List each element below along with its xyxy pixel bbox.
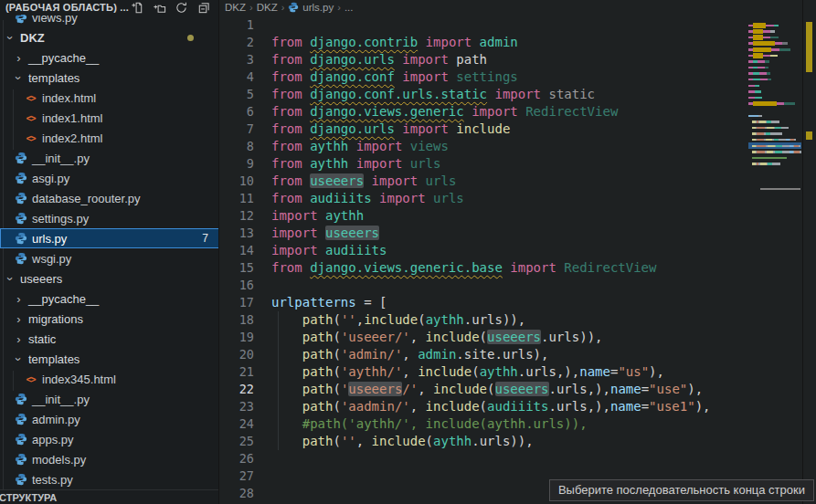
code-line[interactable]: 12import aythh [220,207,743,225]
code-line[interactable]: 7from django.urls import include [220,121,743,138]
line-number: 23 [220,398,254,415]
tree-item-pycache-folder-2[interactable]: › __pycache__ [0,289,219,309]
code-line[interactable]: 26 [220,450,743,467]
html-file-icon: <> [24,373,37,386]
explorer-section-header[interactable]: (РАБОЧАЯ ОБЛАСТЬ) ... [0,0,219,15]
line-number: 26 [220,450,254,467]
code-line[interactable]: 6from django.views.generic import Redire… [220,103,743,121]
tree-item-index2-html[interactable]: <> index2.html [0,128,219,148]
line-number: 18 [220,311,254,329]
code-line[interactable]: 1 [220,16,743,34]
line-content: path('', include(aythh.urls)), [271,433,534,450]
python-icon [14,473,27,487]
tree-item-init-py[interactable]: __init__.py [0,148,219,168]
tree-item-admin-py[interactable]: admin.py [0,409,219,429]
line-number: 16 [220,277,254,294]
tree-item-label: __init__.py [32,152,90,165]
breadcrumb-segment-file[interactable]: urls.py [288,2,334,13]
line-content: path('admin/', admin.site.urls), [271,346,548,363]
code-line[interactable]: 19 path('useeer/', include(useeers.urls)… [220,329,743,346]
eol-sequence-tooltip: Выберите последовательность конца строки [549,479,814,501]
code-line[interactable]: 9from aythh import urls [220,155,743,173]
tree-item-dkz-folder[interactable]: › DKZ [0,27,219,47]
new-file-icon[interactable] [131,1,144,15]
code-line[interactable]: 2from django.contrib import admin [220,34,743,51]
line-number: 17 [220,294,254,311]
tree-item-label: templates [28,71,79,85]
tree-item-pycache-folder[interactable]: › __pycache__ [0,47,219,68]
tree-item-database-roouter-py[interactable]: database_roouter.py [0,188,219,208]
line-number: 21 [220,363,254,381]
line-content: #path('aythh/', include(aythh.urls)), [271,415,588,433]
line-number: 13 [220,225,254,242]
line-number: 24 [220,415,254,433]
tree-item-index-html[interactable]: <> index.html [0,88,219,108]
code-line[interactable]: 14import audiiits [220,242,743,259]
tree-item-index345-html[interactable]: <> index345.html [0,369,219,389]
code-line[interactable]: 25 path('', include(aythh.urls)), [220,433,743,450]
code-line[interactable]: 16 [220,277,743,294]
code-line[interactable]: 18 path('',include(aythh.urls)), [220,311,743,329]
tree-item-wsgi-py[interactable]: wsgi.py [0,248,219,268]
code-line[interactable]: 20 path('admin/', admin.site.urls), [220,346,743,363]
collapse-all-icon[interactable] [196,1,210,15]
tree-item-asgi-py[interactable]: asgi.py [0,168,219,188]
tree-item-urls-py[interactable]: urls.py 7 [0,228,219,248]
line-content: from aythh import urls [271,155,440,173]
line-content: path('aythh/', include(aythh.urls,),name… [271,363,664,381]
breadcrumb-filename: urls.py [302,2,334,13]
tree-item-models-py[interactable]: models.py [0,449,219,469]
code-line[interactable]: 17urlpatterns = [ [220,294,743,311]
warning-dot-badge [187,35,194,41]
tree-item-templates-folder-2[interactable]: › templates [0,349,219,369]
line-content: from django.conf import settings [271,68,518,86]
code-line[interactable]: 3from django.urls import path [220,51,743,68]
code-line[interactable]: 4from django.conf import settings [220,68,743,86]
file-tree: views.py › DKZ › __pycache__ › templates… [0,7,219,489]
new-folder-icon[interactable] [153,1,166,15]
code-line[interactable]: 21 path('aythh/', include(aythh.urls,),n… [220,363,743,381]
line-content: path('useeers/', include(useeers.urls,),… [271,381,703,398]
code-line[interactable]: 13import useeers [220,225,743,242]
breadcrumb-symbol-ellipsis[interactable]: ... [344,2,354,13]
code-line[interactable]: 10from useeers import urls [220,173,743,190]
chevron-right-icon: › [14,51,24,65]
explorer-sidebar: (РАБОЧАЯ ОБЛАСТЬ) ... [0,0,219,504]
chevron-right-icon: › [281,2,285,13]
tree-item-init-py-2[interactable]: __init__.py [0,389,219,409]
tree-item-index1-html[interactable]: <> index1.html [0,108,219,128]
refresh-icon[interactable] [175,1,188,15]
breadcrumb-segment[interactable]: DKZ [225,2,246,13]
breadcrumb-segment[interactable]: DKZ [257,2,278,13]
outline-section-header[interactable]: СТРУКТУРА [0,489,219,504]
line-content: from audiiits import urls [271,190,464,207]
tree-item-static-folder[interactable]: › static [0,329,219,349]
line-number: 20 [220,346,254,363]
code-line[interactable]: 15from django.views.generic.base import … [220,259,743,277]
line-number: 6 [220,103,254,121]
tree-item-tests-py[interactable]: tests.py [0,469,219,489]
code-line[interactable]: 24 #path('aythh/', include(aythh.urls)), [220,415,743,433]
python-icon [14,252,27,266]
line-number: 28 [220,485,254,502]
python-icon [14,212,27,226]
tree-item-useeers-folder[interactable]: › useeers [0,268,219,289]
code-line[interactable]: 11from audiiits import urls [220,190,743,207]
chevron-down-icon: › [4,33,17,43]
tree-item-apps-py[interactable]: apps.py [0,429,219,449]
overview-ruler-scrollbar[interactable] [802,0,816,504]
line-content: import audiiits [271,242,387,259]
code-line[interactable]: 23 path('aadmin/', include(audiiits.urls… [220,398,743,415]
line-content: from django.views.generic.base import Re… [271,259,656,277]
tree-item-templates-folder[interactable]: › templates [0,68,219,88]
code-editor[interactable]: 12from django.contrib import admin3from … [220,16,743,504]
python-icon [14,413,27,426]
code-line[interactable]: 8from aythh import views [220,138,743,155]
code-line[interactable]: 22 path('useeers/', include(useeers.urls… [220,381,743,398]
code-line[interactable]: 5from django.conf.urls.static import sta… [220,86,743,103]
minimap-content [748,16,801,185]
tree-item-label: index1.html [42,111,102,125]
tree-item-settings-py[interactable]: settings.py [0,208,219,228]
minimap[interactable] [748,16,801,504]
tree-item-migrations-folder[interactable]: › migrations [0,309,219,329]
